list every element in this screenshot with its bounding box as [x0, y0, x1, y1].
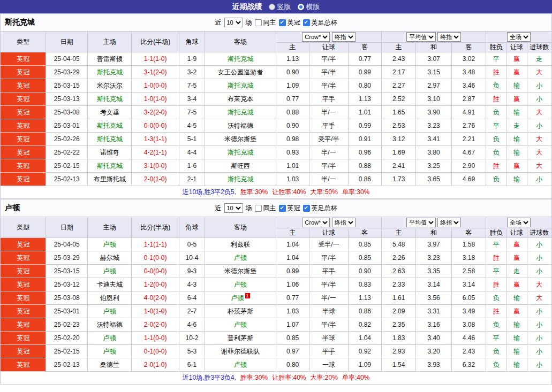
away-team[interactable]: 卢顿 — [205, 318, 276, 332]
away-team[interactable]: 朴茨茅斯 — [205, 305, 276, 318]
match-date: 25-02-15 — [46, 345, 87, 358]
match-count-select[interactable]: 10 — [224, 18, 243, 27]
away-team[interactable]: 米德尔斯堡 — [205, 265, 276, 278]
layout-option-horizontal[interactable]: 横版 — [298, 2, 320, 12]
away-team[interactable]: 卢顿1 — [205, 291, 276, 305]
away-team[interactable]: 卢顿 — [205, 278, 276, 291]
match-date: 25-03-29 — [46, 251, 87, 265]
home-team[interactable]: 卢顿 — [87, 265, 131, 278]
team-section-luton: 卢顿 近 10 场 同主 英冠 英足总杯 — [0, 199, 552, 385]
period-select[interactable]: 全场 — [507, 218, 531, 227]
layout-option-vertical[interactable]: 竖版 — [269, 2, 291, 12]
checkbox-same-home[interactable]: 同主 — [255, 18, 276, 27]
odds-final-select[interactable]: 终指 — [332, 218, 356, 227]
sub-header-odds-home: 主 — [276, 43, 309, 52]
odds-company-select[interactable]: Crow* — [302, 218, 330, 227]
match-score: 1-1(0-0) — [132, 332, 179, 345]
home-team[interactable]: 考文垂 — [87, 106, 131, 119]
table-row: 英冠25-03-15卢顿0-0(0-0)9-3米德尔斯堡0.99平手0.902.… — [1, 265, 552, 278]
result-goals: 大 — [527, 159, 551, 173]
avg-home: 1.54 — [382, 358, 416, 372]
match-date: 25-03-01 — [46, 305, 87, 318]
avg-away: 3.48 — [451, 66, 486, 79]
avg-draw: 3.14 — [416, 278, 451, 291]
away-team[interactable]: 斯旺西 — [205, 159, 276, 173]
away-team[interactable]: 卢顿 — [205, 358, 276, 372]
checkbox-fa-cup[interactable]: 英足总杯 — [303, 204, 337, 213]
checkbox-championship[interactable]: 英冠 — [279, 18, 300, 27]
odds-company-select[interactable]: Crow* — [302, 32, 330, 42]
away-team[interactable]: 沃特福德 — [205, 119, 276, 133]
away-team[interactable]: 斯托克城 — [205, 79, 276, 93]
summary-odd-rate: 单率:30% — [342, 188, 369, 197]
home-team[interactable]: 布里斯托城 — [87, 173, 131, 186]
checkbox-same-home[interactable]: 同主 — [255, 204, 276, 213]
period-select[interactable]: 全场 — [507, 32, 531, 42]
table-row: 英冠25-03-29赫尔城0-1(0-0)10-4卢顿1.04平/半0.852.… — [1, 251, 552, 265]
away-team[interactable]: 谢菲尔德联队 — [205, 345, 276, 358]
avg-draw: 3.20 — [416, 345, 451, 358]
result-handicap: 赢 — [506, 159, 527, 173]
match-date: 25-04-05 — [46, 238, 87, 251]
home-team[interactable]: 赫尔城 — [87, 251, 131, 265]
corner-score: 5-3 — [179, 345, 205, 358]
away-team[interactable]: 米德尔斯堡 — [205, 133, 276, 146]
avg-draw: 3.31 — [416, 305, 451, 318]
home-team[interactable]: 桑德兰 — [87, 358, 131, 372]
home-team[interactable]: 卢顿 — [87, 345, 131, 358]
table-row: 英冠25-03-15米尔沃尔1-0(0-0)7-5斯托克城1.09平/半0.80… — [1, 79, 552, 93]
away-team[interactable]: 斯托克城 — [205, 146, 276, 159]
match-score: 0-0(0-0) — [132, 265, 179, 278]
odds-away: 0.82 — [348, 318, 381, 332]
home-team[interactable]: 沃特福德 — [87, 318, 131, 332]
summary-odd-rate: 单率:40% — [342, 373, 369, 382]
away-team[interactable]: 普利茅斯 — [205, 332, 276, 345]
away-team[interactable]: 卢顿 — [205, 251, 276, 265]
home-team[interactable]: 斯托克城 — [87, 66, 131, 79]
result-outcome: 平 — [486, 265, 506, 278]
result-handicap: 输 — [506, 318, 527, 332]
home-team[interactable]: 诺维奇 — [87, 146, 131, 159]
home-team[interactable]: 斯托克城 — [87, 159, 131, 173]
odds-handicap: 平/半 — [309, 79, 348, 93]
avg-select[interactable]: 平均值 — [406, 32, 436, 42]
avg-final-select[interactable]: 终指 — [437, 32, 461, 42]
summary-big-rate: 大率:50% — [311, 188, 338, 197]
odds-final-select[interactable]: 终指 — [332, 32, 356, 42]
league-badge: 英冠 — [1, 159, 46, 173]
home-team[interactable]: 斯托克城 — [87, 133, 131, 146]
away-team[interactable]: 利兹联 — [205, 238, 276, 251]
result-outcome: 负 — [486, 133, 506, 146]
home-team[interactable]: 伯恩利 — [87, 291, 131, 305]
corner-score: 7-5 — [179, 106, 205, 119]
checkbox-fa-cup[interactable]: 英足总杯 — [303, 18, 337, 27]
home-team[interactable]: 米尔沃尔 — [87, 79, 131, 93]
avg-final-select[interactable]: 终指 — [437, 218, 461, 227]
away-team[interactable]: 斯托克城 — [205, 106, 276, 119]
avg-home: 2.35 — [382, 318, 416, 332]
odds-away: 1.04 — [348, 332, 381, 345]
result-goals: 小 — [527, 332, 551, 345]
away-team[interactable]: 女王公园巡游者 — [205, 66, 276, 79]
result-goals: 大 — [527, 133, 551, 146]
avg-away: 3.02 — [451, 52, 486, 66]
away-team[interactable]: 斯托克城 — [205, 173, 276, 186]
home-team[interactable]: 卢顿 — [87, 238, 131, 251]
away-team[interactable]: 斯托克城 — [205, 52, 276, 66]
avg-draw: 2.97 — [416, 79, 451, 93]
match-count-select[interactable]: 10 — [224, 203, 243, 213]
checkbox-championship[interactable]: 英冠 — [279, 204, 300, 213]
checkbox-icon — [303, 205, 310, 212]
sub-header-odds-handicap: 让球 — [309, 43, 348, 52]
home-team[interactable]: 卡迪夫城 — [87, 278, 131, 291]
league-badge: 英冠 — [1, 238, 46, 251]
home-team[interactable]: 斯托克城 — [87, 119, 131, 133]
home-team[interactable]: 卢顿 — [87, 305, 131, 318]
avg-select[interactable]: 平均值 — [406, 218, 436, 227]
top-bar: 近期战绩 竖版 横版 — [0, 0, 552, 13]
away-team[interactable]: 布莱克本 — [205, 93, 276, 106]
home-team[interactable]: 卢顿 — [87, 332, 131, 345]
home-team[interactable]: 普雷斯顿 — [87, 52, 131, 66]
home-team[interactable]: 斯托克城 — [87, 93, 131, 106]
odds-home: 0.98 — [276, 133, 309, 146]
